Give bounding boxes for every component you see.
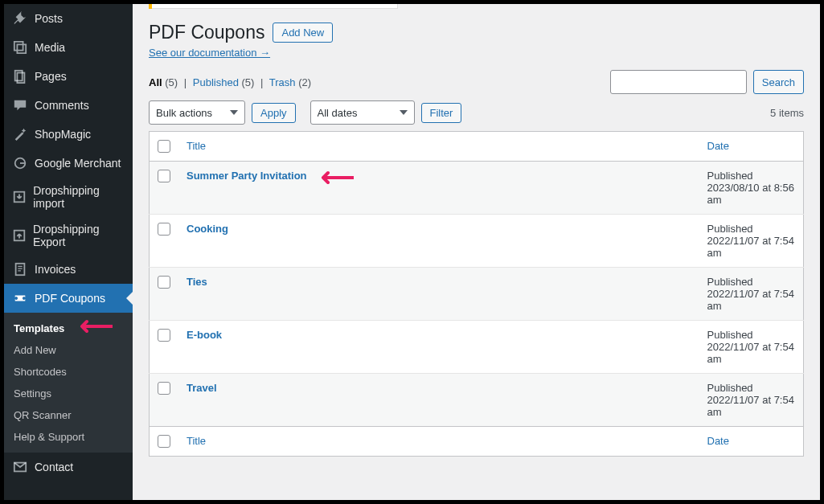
- row-checkbox[interactable]: [158, 329, 170, 342]
- menu-label: Pages: [35, 70, 67, 83]
- status-filters: All (5) | Published (5) | Trash (2): [149, 76, 311, 88]
- row-date: 2022/11/07 at 7:54 am: [707, 288, 794, 312]
- table-row: Summer Party Invitation Published2023/08…: [150, 162, 804, 215]
- row-title-link[interactable]: Travel: [187, 382, 217, 394]
- page-title: PDF Coupons: [149, 22, 264, 43]
- filter-trash[interactable]: Trash: [269, 76, 296, 88]
- google-icon: [12, 155, 28, 171]
- submenu-shortcodes[interactable]: Shortcodes: [4, 361, 133, 383]
- bulk-actions-select[interactable]: Bulk actions: [149, 100, 245, 125]
- row-date: 2023/08/10 at 8:56 am: [707, 182, 794, 206]
- add-new-button[interactable]: Add New: [273, 23, 333, 43]
- import-icon: [12, 189, 27, 205]
- filter-button[interactable]: Filter: [421, 103, 462, 123]
- sidebar-item-media[interactable]: Media: [4, 33, 133, 62]
- dates-select[interactable]: All dates: [310, 100, 415, 125]
- menu-label: ShopMagic: [35, 128, 91, 141]
- select-all-checkbox-foot[interactable]: [158, 435, 170, 448]
- pin-icon: [12, 10, 28, 27]
- row-date: 2022/11/07 at 7:54 am: [707, 394, 794, 418]
- row-checkbox[interactable]: [158, 382, 170, 395]
- item-count: 5 items: [770, 107, 804, 119]
- row-date: 2022/11/07 at 7:54 am: [707, 235, 794, 259]
- sidebar-item-google-merchant[interactable]: Google Merchant: [4, 149, 133, 178]
- table-row: Travel Published2022/11/07 at 7:54 am: [150, 374, 804, 427]
- row-status: Published: [707, 329, 753, 341]
- col-date-header[interactable]: Date: [707, 140, 729, 152]
- row-status: Published: [707, 170, 753, 182]
- filter-all[interactable]: All: [149, 76, 162, 88]
- sidebar-item-dropshipping-import[interactable]: Dropshipping import: [4, 178, 133, 216]
- submenu-help-support[interactable]: Help & Support: [4, 426, 133, 448]
- submenu-add-new[interactable]: Add New: [4, 339, 133, 361]
- invoices-icon: [12, 261, 28, 277]
- row-checkbox[interactable]: [158, 170, 170, 182]
- sidebar-item-invoices[interactable]: Invoices: [4, 255, 133, 284]
- sidebar-item-comments[interactable]: Comments: [4, 91, 133, 120]
- comments-icon: [12, 97, 28, 113]
- select-all-checkbox[interactable]: [158, 140, 170, 153]
- col-date-footer[interactable]: Date: [707, 435, 729, 447]
- row-date: 2022/11/07 at 7:54 am: [707, 341, 794, 365]
- admin-sidebar: Posts Media Pages Comments ShopMagic Goo…: [4, 4, 133, 500]
- row-title-link[interactable]: Summer Party Invitation: [187, 170, 307, 182]
- menu-label: Dropshipping Export: [33, 223, 125, 248]
- menu-label: Posts: [35, 12, 63, 25]
- sidebar-submenu: Templates Add New Shortcodes Settings QR…: [4, 313, 133, 453]
- sidebar-item-posts[interactable]: Posts: [4, 4, 133, 33]
- wand-icon: [12, 126, 28, 142]
- sidebar-item-dropshipping-export[interactable]: Dropshipping Export: [4, 216, 133, 255]
- row-title-link[interactable]: Cooking: [187, 223, 228, 235]
- col-title-header[interactable]: Title: [187, 140, 206, 152]
- menu-label: Dropshipping import: [33, 184, 125, 210]
- menu-label: Comments: [35, 99, 89, 112]
- submenu-templates[interactable]: Templates: [4, 318, 133, 339]
- filter-published[interactable]: Published: [193, 76, 239, 88]
- pages-icon: [12, 68, 28, 84]
- mail-icon: [12, 459, 28, 475]
- sidebar-item-pdf-coupons[interactable]: PDF Coupons: [4, 284, 133, 313]
- coupons-table: Title Date Summer Party Invitation Publi…: [149, 131, 804, 457]
- ticket-icon: [12, 290, 28, 306]
- menu-label: Google Merchant: [35, 157, 121, 170]
- menu-label: Contact: [35, 461, 73, 473]
- row-checkbox[interactable]: [158, 223, 170, 236]
- main-content: PDF Coupons Add New See our documentatio…: [133, 4, 820, 500]
- table-row: E-book Published2022/11/07 at 7:54 am: [150, 321, 804, 374]
- sidebar-item-pages[interactable]: Pages: [4, 62, 133, 91]
- menu-label: Invoices: [35, 263, 76, 276]
- search-button[interactable]: Search: [753, 70, 804, 94]
- notice-strip: [149, 4, 398, 9]
- media-icon: [12, 39, 28, 55]
- svg-rect-5: [16, 264, 25, 275]
- sidebar-item-contact[interactable]: Contact: [4, 453, 133, 481]
- search-input[interactable]: [610, 70, 747, 94]
- apply-button[interactable]: Apply: [252, 103, 296, 123]
- row-title-link[interactable]: Ties: [187, 276, 207, 288]
- menu-label: PDF Coupons: [35, 292, 105, 305]
- sidebar-item-shopmagic[interactable]: ShopMagic: [4, 120, 133, 149]
- documentation-link[interactable]: See our documentation →: [149, 47, 270, 59]
- menu-label: Media: [35, 41, 65, 54]
- submenu-settings[interactable]: Settings: [4, 383, 133, 404]
- row-checkbox[interactable]: [158, 276, 170, 289]
- table-row: Cooking Published2022/11/07 at 7:54 am: [150, 215, 804, 268]
- submenu-qr-scanner[interactable]: QR Scanner: [4, 404, 133, 426]
- row-status: Published: [707, 223, 753, 235]
- export-icon: [12, 227, 27, 244]
- row-status: Published: [707, 382, 753, 394]
- row-title-link[interactable]: E-book: [187, 329, 222, 341]
- col-title-footer[interactable]: Title: [187, 435, 206, 447]
- row-status: Published: [707, 276, 753, 288]
- table-row: Ties Published2022/11/07 at 7:54 am: [150, 268, 804, 321]
